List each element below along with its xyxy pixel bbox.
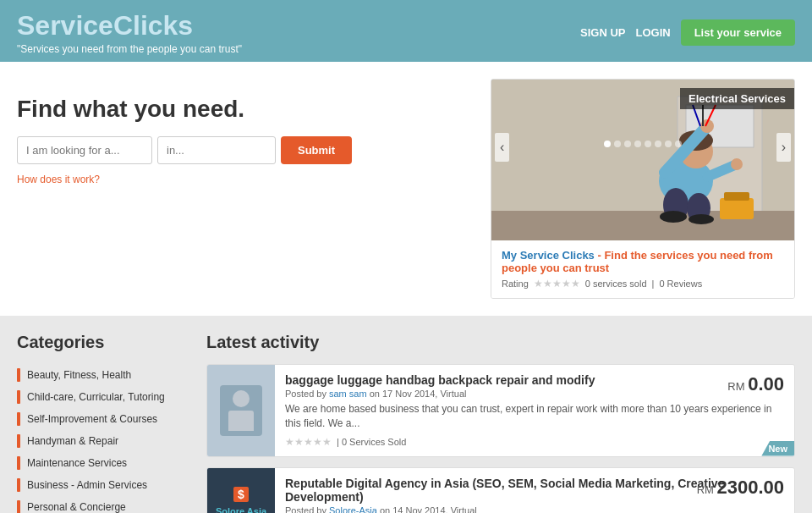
how-does-it-work-link[interactable]: How does it work? [17, 174, 100, 185]
logo-service: Service [17, 10, 113, 41]
cat-bar-childcare [17, 390, 20, 404]
card-author-1[interactable]: sam sam [329, 389, 367, 399]
card-meta-1: Posted by sam sam on 17 Nov 2014, Virtua… [285, 389, 784, 399]
svg-point-10 [731, 158, 743, 170]
submit-button[interactable]: Submit [281, 136, 352, 164]
pipe-sep: | [652, 279, 655, 289]
category-handyman-label: Handyman & Repair [27, 435, 118, 447]
login-link[interactable]: LOGIN [636, 26, 671, 39]
dot-4[interactable] [634, 141, 641, 147]
rating-label: Rating [502, 279, 529, 289]
card-price-1: RM 0.00 [717, 365, 794, 404]
category-beauty[interactable]: Beauty, Fitness, Health [17, 364, 186, 386]
card-author-2[interactable]: Solore-Asia [329, 505, 377, 513]
header-nav: SIGN UP LOGIN List your service [580, 19, 795, 46]
category-handyman[interactable]: Handyman & Repair [17, 430, 186, 452]
cat-bar-self [17, 412, 20, 426]
search-input[interactable] [17, 136, 152, 164]
logo-clicks: Clicks [113, 10, 193, 41]
main-content: Find what you need. Submit How does it w… [0, 62, 812, 316]
price-rm-label-2: RM [697, 483, 717, 496]
price-value-1: 0.00 [748, 373, 784, 394]
reviews: 0 Reviews [659, 279, 702, 289]
carousel-service-link[interactable]: My Service Clicks [502, 249, 595, 262]
dot-1[interactable] [604, 141, 611, 147]
card-price-2: RM 2300.00 [687, 468, 794, 507]
category-beauty-label: Beauty, Fitness, Health [27, 369, 131, 381]
dot-7[interactable] [665, 141, 672, 147]
price-rm-label-1: RM [727, 380, 748, 393]
cat-bar-personal [17, 500, 20, 513]
location-input[interactable] [157, 136, 276, 164]
dot-6[interactable] [655, 141, 661, 147]
carousel-prev-button[interactable]: ‹ [495, 133, 509, 162]
carousel-meta: Rating ★★★★★ 0 services sold | 0 Reviews [502, 278, 784, 290]
svg-rect-16 [724, 192, 749, 201]
carousel: Electrical Services ‹ › My Service Click… [491, 79, 795, 299]
carousel-title: My Service Clicks - Find the services yo… [502, 249, 784, 274]
logo: ServiceClicks [17, 10, 242, 41]
card-date-2: 14 Nov 2014 [392, 505, 445, 513]
avatar-1 [220, 385, 262, 436]
services-sold: 0 services sold [585, 279, 647, 289]
solore-logo-top: $ [233, 487, 249, 502]
card-price-rm-2: RM 2300.00 [697, 477, 784, 499]
solore-logo-text: Solore Asia Managing Social Values For B… [212, 505, 270, 513]
category-personal[interactable]: Personal & Concierge [17, 496, 186, 513]
header: ServiceClicks "Services you need from th… [0, 0, 812, 62]
category-maintenance[interactable]: Maintenance Services [17, 452, 186, 474]
category-personal-label: Personal & Concierge [27, 501, 126, 513]
list-service-button[interactable]: List your service [681, 19, 795, 46]
card-location-1: Virtual [440, 389, 466, 399]
categories-title: Categories [17, 333, 186, 352]
carousel-next-button[interactable]: › [776, 133, 791, 162]
avatar-body-1 [228, 411, 254, 431]
activity-title: Latest activity [206, 333, 795, 352]
carousel-info: My Service Clicks - Find the services yo… [491, 240, 794, 298]
category-childcare-label: Child-care, Curricular, Tutoring [27, 391, 165, 403]
price-value-2: 2300.00 [716, 477, 784, 498]
card-thumb-2: $ Solore Asia Managing Social Values For… [207, 468, 275, 513]
svg-point-14 [689, 214, 714, 224]
cat-bar-business [17, 478, 20, 492]
carousel-label: Electrical Services [680, 88, 794, 109]
search-panel: Find what you need. Submit How does it w… [17, 79, 474, 299]
dot-5[interactable] [645, 141, 651, 147]
card-location-2: Virtual [451, 505, 477, 513]
activity-card-2: $ Solore Asia Managing Social Values For… [206, 467, 795, 513]
dot-8[interactable] [675, 141, 682, 147]
dollar-icon: $ [233, 487, 249, 502]
category-self-label: Self-Improvement & Courses [27, 413, 157, 425]
category-business[interactable]: Business - Admin Services [17, 474, 186, 496]
card-desc-1: We are home based business that you can … [285, 402, 784, 431]
signup-link[interactable]: SIGN UP [580, 26, 625, 39]
carousel-dots [491, 141, 794, 147]
svg-point-13 [660, 211, 687, 223]
category-business-label: Business - Admin Services [27, 479, 147, 491]
header-brand: ServiceClicks "Services you need from th… [17, 10, 242, 55]
card-thumb-1 [207, 365, 275, 456]
tagline: "Services you need from the people you c… [17, 43, 242, 55]
categories-panel: Categories Beauty, Fitness, Health Child… [17, 333, 186, 513]
dot-3[interactable] [624, 141, 631, 147]
dot-2[interactable] [614, 141, 621, 147]
card-stars-1: ★★★★★ [285, 436, 332, 448]
find-heading: Find what you need. [17, 96, 474, 123]
card-body-1: baggage luggage handbag backpack repair … [275, 365, 794, 456]
card-date-1: 17 Nov 2014 [382, 389, 435, 399]
svg-rect-15 [720, 198, 754, 219]
cat-bar-maintenance [17, 456, 20, 470]
avatar-head-1 [233, 390, 250, 407]
search-bar: Submit [17, 136, 474, 164]
cat-bar-handyman [17, 434, 20, 448]
activity-panel: Latest activity baggage luggage handbag … [206, 333, 795, 513]
category-childcare[interactable]: Child-care, Curricular, Tutoring [17, 386, 186, 408]
category-self-improvement[interactable]: Self-Improvement & Courses [17, 408, 186, 430]
carousel-image: Electrical Services ‹ › [491, 80, 794, 240]
card-price-rm-1: RM 0.00 [727, 373, 784, 395]
card-title-1[interactable]: baggage luggage handbag backpack repair … [285, 373, 784, 387]
activity-card-1: baggage luggage handbag backpack repair … [206, 364, 795, 457]
categories-activity-section: Categories Beauty, Fitness, Health Child… [0, 316, 812, 513]
solore-brand: Solore Asia [212, 505, 270, 513]
card-services-1: | 0 Services Sold [337, 437, 406, 447]
